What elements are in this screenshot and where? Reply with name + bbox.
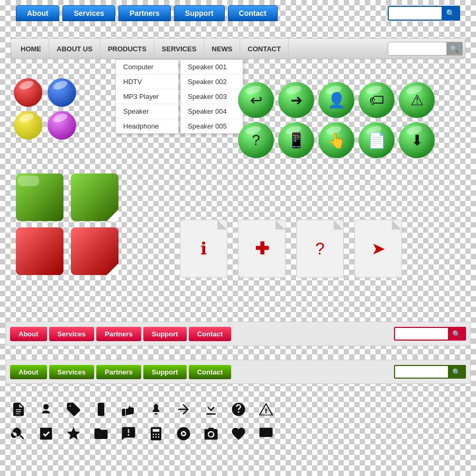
hand-pointer-icon[interactable] <box>146 399 166 419</box>
gray-tab-contact[interactable]: CONTACT <box>240 39 289 59</box>
gray-tab-news[interactable]: NEWS <box>204 39 240 59</box>
paper-question[interactable]: ? <box>296 219 344 278</box>
doc-lines-icon[interactable] <box>8 399 29 419</box>
purple-ball[interactable] <box>48 111 76 140</box>
green-ball-mobile[interactable]: 📱 <box>278 122 314 158</box>
info-icon: ℹ <box>200 239 207 259</box>
bottom-icons-section <box>8 399 468 448</box>
gray-tab-about[interactable]: ABOUT US <box>49 39 100 59</box>
heart-icon[interactable] <box>228 424 249 444</box>
mobile-icon: 📱 <box>287 132 306 149</box>
blue-tab-services[interactable]: Services <box>62 5 115 21</box>
green-ball-warning[interactable]: ⚠ <box>399 82 435 118</box>
tag-outline-icon[interactable] <box>63 399 84 419</box>
camera-circle-icon[interactable] <box>173 424 194 444</box>
svg-point-8 <box>155 436 157 438</box>
green-ball-tag[interactable]: 🏷 <box>359 82 395 118</box>
paper-cursor[interactable]: ➤ <box>354 219 402 278</box>
sub-item-speaker003[interactable]: Speaker 003 <box>180 89 243 104</box>
dropdown-item-speaker[interactable]: Speaker <box>116 104 178 119</box>
green-search-input[interactable] <box>395 367 448 377</box>
phone-icon[interactable] <box>91 399 111 419</box>
red-ball[interactable] <box>14 78 42 107</box>
dropdown-item-headphone[interactable]: Headphone <box>116 119 178 133</box>
green-search-button[interactable]: 🔍 <box>448 366 465 378</box>
dropdown-item-computer[interactable]: Computer <box>116 60 178 75</box>
question-black-icon[interactable] <box>228 399 249 419</box>
sub-item-speaker001[interactable]: Speaker 001 <box>180 60 243 75</box>
yellow-ball[interactable] <box>14 111 42 140</box>
svg-point-5 <box>155 434 157 435</box>
balls-row-2 <box>14 111 76 140</box>
camera-icon[interactable] <box>201 424 221 444</box>
green-ball-document[interactable]: 📄 <box>359 122 395 158</box>
thumbs-up-icon[interactable] <box>118 399 139 419</box>
document-icon: 📄 <box>368 132 386 149</box>
paper-plus[interactable]: ✚ <box>238 219 286 278</box>
dropdown-item-mp3[interactable]: MP3 Player <box>116 89 178 104</box>
gray-tab-home[interactable]: HOME <box>13 39 49 59</box>
paper-icons-section: ℹ ✚ ? ➤ <box>180 219 402 278</box>
gray-tab-products[interactable]: PRODUCTS <box>100 39 154 59</box>
red-tab-partners[interactable]: Partners <box>96 327 141 341</box>
blue-search-input[interactable] <box>389 7 442 20</box>
green-tab-about[interactable]: About <box>10 365 47 379</box>
blue-tab-support[interactable]: Support <box>174 5 225 21</box>
search-black-icon[interactable] <box>8 424 29 444</box>
svg-point-12 <box>182 433 185 435</box>
blue-tab-contact[interactable]: Contact <box>228 5 278 21</box>
red-square-folded[interactable] <box>71 227 118 275</box>
green-ball-back[interactable]: ↩ <box>238 82 274 118</box>
red-search-button[interactable]: 🔍 <box>448 328 465 340</box>
green-tab-partners[interactable]: Partners <box>96 365 141 379</box>
alert-black-icon[interactable] <box>256 399 276 419</box>
gray-search-input[interactable] <box>388 44 446 53</box>
red-tab-contact[interactable]: Contact <box>189 327 231 341</box>
icon-row-2 <box>8 424 468 444</box>
arrow-right-black-icon[interactable] <box>173 399 194 419</box>
green-tab-services[interactable]: Services <box>49 365 95 379</box>
folder-icon[interactable] <box>91 424 111 444</box>
question-icon: ? <box>252 132 260 149</box>
red-square[interactable] <box>16 227 63 275</box>
green-ball-download[interactable]: ⬇ <box>399 122 435 158</box>
svg-point-9 <box>158 436 160 438</box>
download-black-icon[interactable] <box>201 399 221 419</box>
red-squares-section <box>16 227 118 275</box>
tag-icon: 🏷 <box>369 91 384 109</box>
red-tab-support[interactable]: Support <box>143 327 187 341</box>
red-tab-about[interactable]: About <box>10 327 47 341</box>
blue-tab-partners[interactable]: Partners <box>118 5 171 21</box>
blue-ball[interactable] <box>48 78 76 107</box>
star-icon[interactable] <box>63 424 84 444</box>
green-tab-support[interactable]: Support <box>143 365 187 379</box>
plus-icon: ✚ <box>255 239 269 259</box>
sub-item-speaker005[interactable]: Speaker 005 <box>180 119 243 133</box>
red-search-input[interactable] <box>395 329 448 338</box>
sub-item-speaker002[interactable]: Speaker 002 <box>180 75 243 89</box>
green-tab-contact[interactable]: Contact <box>189 365 231 379</box>
green-ball-question[interactable]: ? <box>238 122 274 158</box>
blue-search-button[interactable]: 🔍 <box>442 7 459 20</box>
checkbox-icon[interactable] <box>36 424 56 444</box>
green-square-folded[interactable] <box>71 173 118 221</box>
calculator-icon[interactable] <box>146 424 166 444</box>
display-icon[interactable] <box>256 424 276 444</box>
green-ball-hand[interactable]: 👆 <box>318 122 354 158</box>
sub-item-speaker004[interactable]: Speaker 004 <box>180 104 243 119</box>
gray-tab-services[interactable]: SERVICES <box>154 39 205 59</box>
green-square[interactable] <box>16 173 63 221</box>
gray-nav-bar: HOME ABOUT US PRODUCTS SERVICES NEWS CON… <box>11 38 465 59</box>
blue-tab-about[interactable]: About <box>16 5 59 21</box>
chat-icon[interactable] <box>118 424 139 444</box>
speaker-sub-dropdown: Speaker 001 Speaker 002 Speaker 003 Spea… <box>180 59 243 134</box>
person-doc-icon[interactable] <box>36 399 56 419</box>
paper-info[interactable]: ℹ <box>180 219 227 278</box>
green-ball-arrow[interactable]: ➜ <box>278 82 314 118</box>
dropdown-item-hdtv[interactable]: HDTV <box>116 75 178 89</box>
gray-search-button[interactable]: 🔍 <box>446 42 462 55</box>
svg-point-7 <box>153 436 154 438</box>
red-tab-services[interactable]: Services <box>49 327 95 341</box>
green-nav-bar: About Services Partners Support Contact … <box>5 360 471 384</box>
green-ball-person[interactable]: 👤 <box>318 82 354 118</box>
